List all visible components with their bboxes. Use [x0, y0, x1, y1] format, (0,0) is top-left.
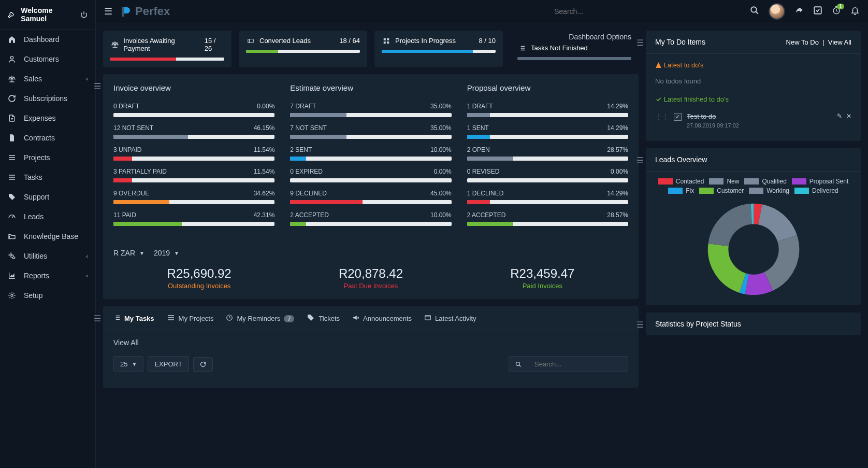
share-icon[interactable]: [794, 6, 804, 18]
search-button[interactable]: [509, 356, 528, 372]
page-size-select[interactable]: 25▼: [113, 356, 143, 372]
year-select[interactable]: 2019▼: [154, 249, 179, 257]
tasks-viewall-link[interactable]: View All: [113, 338, 139, 347]
sidebar-item-reports[interactable]: Reports ‹: [0, 266, 95, 286]
legend-item[interactable]: New: [709, 178, 739, 185]
legend-item[interactable]: Delivered: [794, 187, 838, 194]
list-icon: [113, 314, 121, 323]
overview-percent: 28.57%: [607, 211, 628, 219]
donut-slice[interactable]: [760, 215, 787, 238]
tab-my-tasks[interactable]: My Tasks: [113, 314, 154, 330]
sidebar-item-setup[interactable]: Setup: [0, 286, 95, 305]
summary-stats: Invoices Awaiting Payment 15 / 26 Conver…: [103, 31, 639, 67]
overview-percent: 42.31%: [254, 211, 275, 219]
overview-row: 3 UNPAID 11.54%: [113, 146, 274, 161]
new-todo-link[interactable]: New To Do: [786, 38, 819, 46]
legend-label: Qualified: [762, 178, 786, 185]
overview-row: 7 DRAFT 35.00%: [290, 103, 451, 117]
finished-todo-heading: Latest finished to do's: [655, 90, 851, 108]
drag-handle-icon[interactable]: ☰: [636, 320, 644, 330]
check-icon[interactable]: [813, 6, 822, 18]
sidebar-item-label: Expenses: [24, 114, 55, 122]
export-button[interactable]: EXPORT: [148, 356, 189, 372]
tab-latest-activity[interactable]: Latest Activity: [424, 314, 476, 330]
power-icon[interactable]: [80, 11, 88, 18]
sidebar-item-expenses[interactable]: Expenses: [0, 108, 95, 128]
tab-my-projects[interactable]: My Projects: [167, 314, 214, 330]
delete-icon[interactable]: ✕: [846, 112, 851, 120]
sidebar-item-contracts[interactable]: Contracts: [0, 128, 95, 148]
progress-bar: [113, 178, 274, 182]
tab-label: My Tasks: [124, 315, 154, 322]
avatar[interactable]: [769, 3, 785, 20]
progress-bar: [467, 222, 628, 226]
donut-slice[interactable]: [747, 281, 769, 285]
legend-swatch: [794, 188, 809, 194]
ticket-icon: [246, 37, 255, 45]
sidebar-item-customers[interactable]: Customers: [0, 49, 95, 69]
sidebar-item-label: Sales: [24, 75, 42, 83]
legend-item[interactable]: Customer: [699, 187, 744, 194]
tab-tickets[interactable]: Tickets: [307, 314, 340, 330]
topbar-actions: 1: [750, 3, 860, 20]
sidebar-item-dashboard[interactable]: Dashboard: [0, 30, 95, 49]
leads-donut-chart: [707, 203, 800, 296]
legend-item[interactable]: Fix: [668, 187, 694, 194]
donut-slice[interactable]: [742, 283, 746, 284]
viewall-todo-link[interactable]: View All: [828, 38, 851, 46]
browser-icon: [424, 314, 431, 323]
global-search[interactable]: [554, 7, 735, 16]
progress-bar: [110, 58, 224, 61]
donut-slice[interactable]: [718, 245, 742, 283]
dashboard-options-link[interactable]: Dashboard Options: [517, 33, 631, 41]
bell-icon[interactable]: [850, 6, 860, 18]
sidebar-item-tasks[interactable]: Tasks: [0, 167, 95, 187]
overview-label: 9 DECLINED: [290, 190, 327, 197]
currency-select[interactable]: R ZAR▼: [113, 249, 144, 257]
progress-bar: [113, 222, 274, 226]
donut-slice[interactable]: [754, 214, 760, 215]
todo-empty-message: No todos found: [655, 74, 851, 90]
sidebar-item-utilities[interactable]: Utilities ‹: [0, 246, 95, 266]
timer-icon[interactable]: 1: [832, 6, 841, 18]
drag-handle-icon[interactable]: ☰: [94, 81, 101, 91]
overview-row: 3 PARTIALLY PAID 11.54%: [113, 168, 274, 182]
tab-count: 7: [284, 315, 294, 322]
refresh-button[interactable]: [193, 357, 213, 372]
overview-label: 3 UNPAID: [113, 146, 141, 153]
drag-handle-icon[interactable]: ☰: [636, 155, 644, 165]
overview-row: 0 DRAFT 0.00%: [113, 103, 274, 117]
drag-handle-icon[interactable]: ⋮⋮: [655, 112, 669, 120]
sidebar-item-sales[interactable]: Sales ‹: [0, 69, 95, 89]
overview-percent: 0.00%: [434, 168, 452, 175]
tasks-search-input[interactable]: [528, 356, 628, 372]
drag-handle-icon[interactable]: ☰: [94, 314, 101, 323]
edit-icon[interactable]: ✎: [837, 112, 842, 120]
overview-percent: 28.57%: [607, 146, 628, 153]
sidebar-item-knowledge-base[interactable]: Knowledge Base: [0, 226, 95, 246]
sidebar-item-support[interactable]: Support: [0, 187, 95, 207]
tab-announcements[interactable]: Announcements: [352, 314, 412, 330]
sidebar-item-subscriptions[interactable]: Subscriptions: [0, 89, 95, 108]
tab-my-reminders[interactable]: My Reminders 7: [226, 314, 294, 330]
sidebar-header: Welcome Samuel: [0, 0, 95, 30]
drag-handle-icon[interactable]: ☰: [636, 38, 644, 48]
donut-slice[interactable]: [718, 214, 751, 245]
donut-slice[interactable]: [769, 238, 789, 281]
legend-item[interactable]: Proposal Sent: [792, 178, 848, 185]
menu-toggle-icon[interactable]: ☰: [104, 6, 112, 17]
refresh-icon: [7, 94, 17, 103]
search-icon[interactable]: [750, 6, 759, 18]
legend-item[interactable]: Working: [749, 187, 789, 194]
progress-bar: [113, 113, 274, 117]
latest-todo-heading: Latest to do's: [655, 56, 851, 74]
search-input[interactable]: [554, 7, 735, 16]
leads-panel: ☰ Leads Overview Contacted New Qualified…: [646, 148, 861, 305]
sidebar-item-projects[interactable]: Projects: [0, 148, 95, 167]
sidebar-item-leads[interactable]: Leads: [0, 207, 95, 226]
sidebar-item-label: Reports: [24, 272, 49, 280]
legend-item[interactable]: Contacted: [658, 178, 704, 185]
finance-total: R25,690.92 Outstanding Invoices: [113, 266, 285, 290]
todo-checkbox[interactable]: ✓: [674, 113, 682, 121]
legend-item[interactable]: Qualified: [744, 178, 786, 185]
